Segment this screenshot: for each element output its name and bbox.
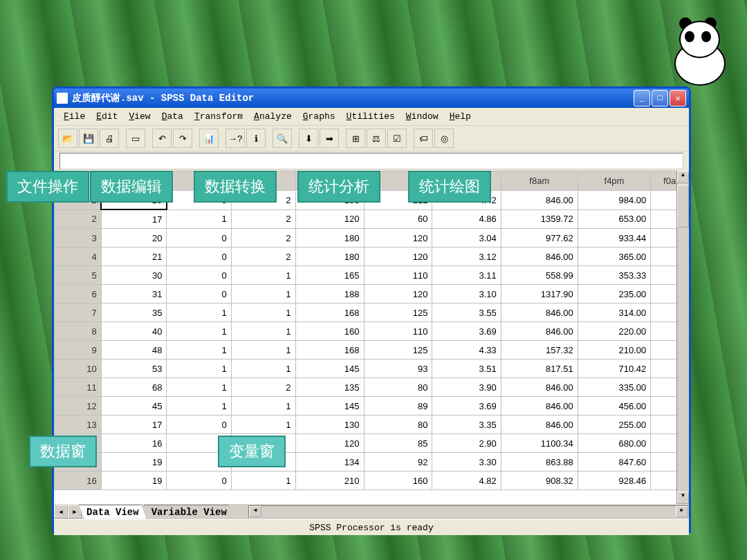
data-cell[interactable]: 908.32	[501, 472, 578, 490]
data-cell[interactable]: 977.62	[501, 229, 578, 248]
row-header[interactable]: 8	[55, 322, 102, 341]
menu-window[interactable]: Window	[402, 110, 443, 123]
data-cell[interactable]: 220.00	[578, 322, 651, 341]
data-cell[interactable]: 188	[295, 285, 364, 304]
data-cell[interactable]: 80	[364, 378, 432, 397]
data-cell[interactable]: 2	[231, 229, 295, 248]
data-cell[interactable]: 653.00	[578, 209, 651, 229]
data-cell[interactable]: 17	[101, 209, 167, 229]
menu-view[interactable]: View	[124, 110, 154, 123]
data-cell[interactable]: 19	[101, 453, 167, 472]
data-cell[interactable]: 3.90	[432, 378, 501, 397]
menu-analyze[interactable]: Analyze	[250, 110, 296, 123]
data-cell[interactable]: 3.12	[432, 248, 501, 266]
data-cell[interactable]: 80	[364, 416, 432, 434]
data-cell[interactable]: 846.00	[501, 322, 578, 341]
data-cell[interactable]: 353.33	[578, 266, 651, 285]
data-cell[interactable]: 160	[295, 322, 364, 341]
data-cell[interactable]: 0	[167, 285, 231, 304]
data-cell[interactable]: 168	[295, 304, 364, 322]
data-cell[interactable]: 680.00	[578, 434, 651, 453]
row-header[interactable]: 10	[55, 360, 102, 378]
data-cell[interactable]: 180	[295, 248, 364, 266]
data-cell[interactable]: 255.00	[578, 416, 651, 434]
data-cell[interactable]: 20	[101, 229, 167, 248]
data-cell[interactable]: 1	[167, 341, 231, 360]
data-cell[interactable]: 846.00	[501, 378, 578, 397]
data-cell[interactable]: 558.99	[501, 266, 578, 285]
insert-case-icon[interactable]: ⬇	[299, 129, 318, 148]
data-cell[interactable]: 1	[167, 378, 231, 397]
tab-prev-icon[interactable]: ◀	[54, 505, 68, 519]
undo-icon[interactable]: ↶	[152, 129, 172, 148]
data-cell[interactable]: 40	[101, 322, 167, 341]
data-cell[interactable]: 817.51	[501, 360, 578, 378]
data-cell[interactable]: 846.00	[501, 248, 578, 266]
data-cell[interactable]: 1	[231, 304, 295, 322]
data-cell[interactable]: 846.00	[501, 190, 578, 209]
data-cell[interactable]: 1	[167, 360, 231, 378]
select-cases-icon[interactable]: ☑	[387, 129, 407, 148]
data-cell[interactable]: 847.60	[578, 453, 651, 472]
data-cell[interactable]: 1	[231, 416, 295, 434]
data-cell[interactable]: 4.86	[432, 209, 501, 229]
column-header[interactable]: f4pm	[578, 171, 651, 191]
data-cell[interactable]: 456.00	[578, 397, 651, 416]
data-cell[interactable]: 1	[231, 341, 295, 360]
row-header[interactable]: 13	[55, 416, 102, 434]
horizontal-scrollbar[interactable]: ◀ ▶	[248, 505, 689, 518]
data-cell[interactable]: 125	[364, 341, 432, 360]
data-cell[interactable]: 1	[231, 285, 295, 304]
data-cell[interactable]: 0	[167, 248, 231, 266]
scroll-right-icon[interactable]: ▶	[676, 506, 688, 517]
data-cell[interactable]: 3.69	[432, 322, 501, 341]
data-cell[interactable]: 19	[101, 472, 167, 490]
data-cell[interactable]: 1	[231, 322, 295, 341]
data-cell[interactable]: 60	[364, 209, 432, 229]
tab-next-icon[interactable]: ▶	[68, 505, 82, 519]
data-cell[interactable]: 2	[231, 378, 295, 397]
data-cell[interactable]: 135	[295, 378, 364, 397]
data-cell[interactable]: 3.10	[432, 285, 501, 304]
row-header[interactable]: 3	[55, 229, 102, 248]
data-cell[interactable]: 1317.90	[501, 285, 578, 304]
minimize-button[interactable]: _	[634, 90, 650, 106]
data-cell[interactable]: 168	[295, 341, 364, 360]
tab-variable-view[interactable]: Variable View	[144, 505, 234, 519]
value-labels-icon[interactable]: 🏷	[414, 129, 433, 148]
data-cell[interactable]: 0	[167, 266, 231, 285]
data-cell[interactable]: 145	[295, 397, 364, 416]
data-cell[interactable]: 17	[101, 416, 167, 434]
variables-icon[interactable]: ℹ	[246, 129, 266, 148]
data-cell[interactable]: 120	[364, 248, 432, 266]
vertical-scrollbar[interactable]: ▲ ▼	[676, 171, 689, 504]
data-cell[interactable]: 2	[231, 209, 295, 229]
data-cell[interactable]: 3.30	[432, 453, 501, 472]
data-cell[interactable]: 85	[364, 434, 432, 453]
data-cell[interactable]: 3.11	[432, 266, 501, 285]
data-cell[interactable]: 157.32	[501, 341, 578, 360]
tab-data-view[interactable]: Data View	[79, 505, 147, 519]
data-cell[interactable]: 984.00	[578, 190, 651, 209]
data-cell[interactable]: 4.33	[432, 341, 501, 360]
data-cell[interactable]: 2	[231, 248, 295, 266]
row-header[interactable]: 6	[55, 285, 102, 304]
menu-utilities[interactable]: Utilities	[342, 110, 399, 123]
chart-icon[interactable]: 📊	[199, 129, 219, 148]
data-cell[interactable]: 53	[101, 360, 167, 378]
row-header[interactable]: 5	[55, 266, 102, 285]
data-cell[interactable]: 846.00	[501, 416, 578, 434]
data-cell[interactable]: 846.00	[501, 397, 578, 416]
row-header[interactable]: 2	[55, 209, 102, 229]
data-cell[interactable]: 110	[364, 322, 432, 341]
print-icon[interactable]: 🖨	[100, 129, 119, 148]
data-cell[interactable]: 1	[231, 266, 295, 285]
data-cell[interactable]: 125	[364, 304, 432, 322]
data-grid[interactable]: f8amf4pmf0a115021561124.42846.00984.0022…	[54, 171, 689, 490]
menu-graphs[interactable]: Graphs	[299, 110, 340, 123]
data-cell[interactable]: 120	[364, 285, 432, 304]
menu-help[interactable]: Help	[445, 110, 475, 123]
row-header[interactable]: 12	[55, 397, 102, 416]
data-cell[interactable]: 160	[364, 472, 432, 490]
data-cell[interactable]: 93	[364, 360, 432, 378]
